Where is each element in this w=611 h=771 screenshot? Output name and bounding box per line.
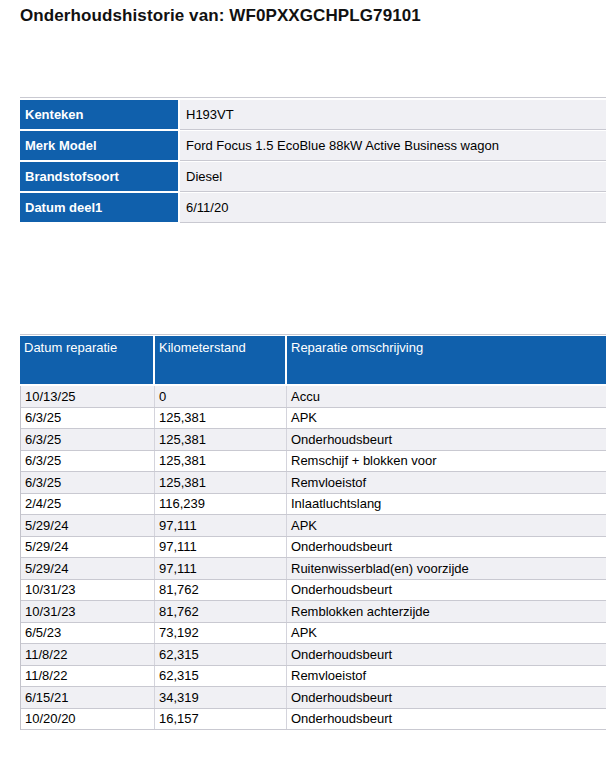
info-value: Diesel — [180, 162, 606, 191]
history-cell-odometer: 125,381 — [155, 429, 287, 450]
info-label: Merk Model — [20, 131, 178, 160]
history-cell-odometer: 125,381 — [155, 408, 287, 429]
history-cell-description: Accu — [287, 386, 606, 407]
history-column-header: Kilometerstand — [155, 336, 287, 384]
history-row: 6/5/2373,192APK — [21, 623, 606, 645]
history-cell-description: APK — [287, 515, 606, 536]
history-row: 2/4/25116,239Inlaatluchtslang — [21, 494, 606, 516]
history-cell-description: Onderhoudsbeurt — [287, 429, 606, 450]
history-cell-date: 10/13/25 — [21, 386, 155, 407]
info-label: Datum deel1 — [20, 193, 178, 222]
history-row: 6/15/2134,319Onderhoudsbeurt — [21, 687, 606, 709]
repair-history-body: 10/13/250Accu6/3/25125,381APK6/3/25125,3… — [20, 386, 606, 730]
history-cell-odometer: 116,239 — [155, 494, 287, 515]
history-cell-date: 6/3/25 — [21, 408, 155, 429]
history-cell-odometer: 81,762 — [155, 580, 287, 601]
history-row: 6/3/25125,381APK — [21, 408, 606, 430]
info-label: Brandstofsoort — [20, 162, 178, 191]
history-cell-description: APK — [287, 623, 606, 644]
history-column-header: Reparatie omschrijving — [287, 336, 606, 384]
history-cell-date: 10/31/23 — [21, 580, 155, 601]
history-cell-description: Onderhoudsbeurt — [287, 644, 606, 665]
history-cell-odometer: 125,381 — [155, 472, 287, 493]
history-cell-description: Onderhoudsbeurt — [287, 580, 606, 601]
history-row: 5/29/2497,111APK — [21, 515, 606, 537]
history-cell-odometer: 97,111 — [155, 558, 287, 579]
history-cell-date: 6/3/25 — [21, 451, 155, 472]
history-row: 10/31/2381,762Onderhoudsbeurt — [21, 580, 606, 602]
history-cell-date: 10/31/23 — [21, 601, 155, 622]
history-row: 11/8/2262,315Onderhoudsbeurt — [21, 644, 606, 666]
history-cell-odometer: 73,192 — [155, 623, 287, 644]
history-cell-date: 6/3/25 — [21, 429, 155, 450]
info-row: Datum deel16/11/20 — [20, 193, 606, 222]
history-cell-date: 6/3/25 — [21, 472, 155, 493]
history-cell-date: 2/4/25 — [21, 494, 155, 515]
history-cell-odometer: 62,315 — [155, 644, 287, 665]
history-column-header: Datum reparatie — [20, 336, 155, 384]
repair-history-header-row: Datum reparatieKilometerstandReparatie o… — [20, 336, 606, 384]
history-cell-description: Onderhoudsbeurt — [287, 709, 606, 730]
history-cell-date: 5/29/24 — [21, 515, 155, 536]
history-cell-date: 5/29/24 — [21, 537, 155, 558]
history-cell-description: Remblokken achterzijde — [287, 601, 606, 622]
info-row: Merk ModelFord Focus 1.5 EcoBlue 88kW Ac… — [20, 131, 606, 160]
history-cell-odometer: 97,111 — [155, 537, 287, 558]
history-cell-description: Remschijf + blokken voor — [287, 451, 606, 472]
repair-history-table: Datum reparatieKilometerstandReparatie o… — [20, 334, 606, 730]
history-cell-date: 11/8/22 — [21, 644, 155, 665]
history-row: 5/29/2497,111Ruitenwisserblad(en) voorzi… — [21, 558, 606, 580]
history-cell-odometer: 97,111 — [155, 515, 287, 536]
history-cell-description: Onderhoudsbeurt — [287, 687, 606, 708]
history-cell-odometer: 81,762 — [155, 601, 287, 622]
history-cell-date: 11/8/22 — [21, 666, 155, 687]
history-cell-description: Remvloeistof — [287, 472, 606, 493]
history-cell-odometer: 0 — [155, 386, 287, 407]
page-title: Onderhoudshistorie van: WF0PXXGCHPLG7910… — [20, 6, 421, 26]
info-label: Kenteken — [20, 100, 178, 129]
info-row: BrandstofsoortDiesel — [20, 162, 606, 191]
history-cell-description: Remvloeistof — [287, 666, 606, 687]
history-cell-date: 10/20/20 — [21, 709, 155, 730]
history-row: 10/20/2016,157Onderhoudsbeurt — [21, 709, 606, 731]
history-cell-description: Onderhoudsbeurt — [287, 537, 606, 558]
history-cell-odometer: 125,381 — [155, 451, 287, 472]
history-cell-odometer: 16,157 — [155, 709, 287, 730]
history-row: 10/13/250Accu — [21, 386, 606, 408]
history-cell-description: Inlaatluchtslang — [287, 494, 606, 515]
history-row: 6/3/25125,381Remschijf + blokken voor — [21, 451, 606, 473]
info-value: 6/11/20 — [180, 193, 606, 222]
history-cell-description: APK — [287, 408, 606, 429]
info-row: KentekenH193VT — [20, 100, 606, 129]
history-cell-description: Ruitenwisserblad(en) voorzijde — [287, 558, 606, 579]
vehicle-info-table: KentekenH193VTMerk ModelFord Focus 1.5 E… — [20, 97, 606, 224]
info-value: H193VT — [180, 100, 606, 129]
history-row: 11/8/2262,315Remvloeistof — [21, 666, 606, 688]
history-cell-odometer: 62,315 — [155, 666, 287, 687]
history-cell-date: 6/15/21 — [21, 687, 155, 708]
history-row: 6/3/25125,381Remvloeistof — [21, 472, 606, 494]
history-cell-date: 6/5/23 — [21, 623, 155, 644]
history-row: 10/31/2381,762Remblokken achterzijde — [21, 601, 606, 623]
history-cell-odometer: 34,319 — [155, 687, 287, 708]
history-cell-date: 5/29/24 — [21, 558, 155, 579]
history-row: 5/29/2497,111Onderhoudsbeurt — [21, 537, 606, 559]
info-value: Ford Focus 1.5 EcoBlue 88kW Active Busin… — [180, 131, 606, 160]
history-row: 6/3/25125,381Onderhoudsbeurt — [21, 429, 606, 451]
